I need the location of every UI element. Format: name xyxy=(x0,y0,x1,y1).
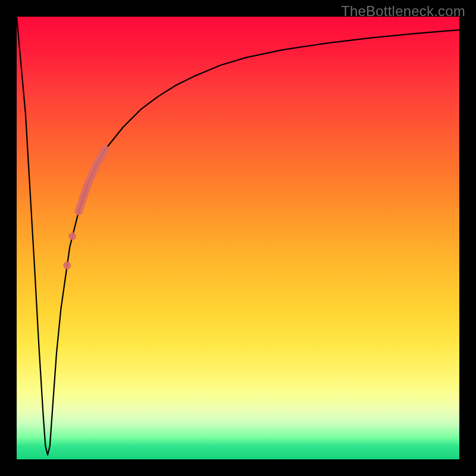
highlight-dot xyxy=(68,233,76,240)
chart-frame: TheBottleneck.com xyxy=(0,0,476,476)
watermark-text: TheBottleneck.com xyxy=(341,3,465,20)
highlight-band xyxy=(79,149,105,211)
chart-overlay xyxy=(17,17,459,459)
highlight-dot xyxy=(63,262,71,270)
bottleneck-curve xyxy=(17,17,459,455)
